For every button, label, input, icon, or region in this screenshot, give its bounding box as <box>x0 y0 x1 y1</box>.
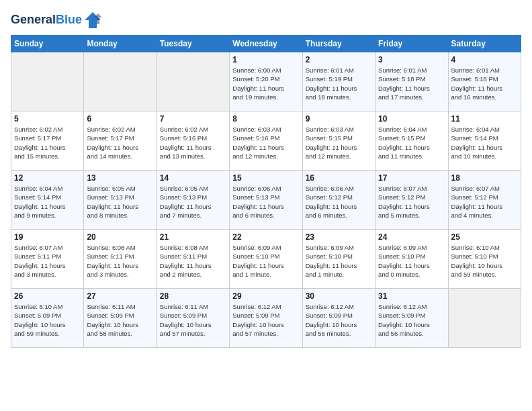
calendar-cell: 21Sunrise: 6:08 AM Sunset: 5:11 PM Dayli… <box>157 230 229 289</box>
week-row-1: 5Sunrise: 6:02 AM Sunset: 5:17 PM Daylig… <box>11 111 521 171</box>
calendar-cell: 26Sunrise: 6:10 AM Sunset: 5:09 PM Dayli… <box>11 289 84 348</box>
day-info: Sunrise: 6:09 AM Sunset: 5:10 PM Dayligh… <box>378 243 445 279</box>
calendar-cell <box>84 52 157 111</box>
weekday-header-saturday: Saturday <box>448 36 521 52</box>
day-number: 3 <box>378 55 445 64</box>
calendar-cell: 9Sunrise: 6:03 AM Sunset: 5:15 PM Daylig… <box>302 111 375 171</box>
calendar-cell: 18Sunrise: 6:07 AM Sunset: 5:12 PM Dayli… <box>448 171 521 230</box>
day-info: Sunrise: 6:04 AM Sunset: 5:14 PM Dayligh… <box>14 184 81 220</box>
calendar-cell <box>11 52 84 111</box>
calendar-cell: 23Sunrise: 6:09 AM Sunset: 5:10 PM Dayli… <box>302 230 375 289</box>
calendar-cell: 24Sunrise: 6:09 AM Sunset: 5:10 PM Dayli… <box>375 230 448 289</box>
day-info: Sunrise: 6:12 AM Sunset: 5:09 PM Dayligh… <box>378 302 445 338</box>
day-number: 14 <box>160 173 226 183</box>
weekday-header-friday: Friday <box>375 36 448 52</box>
page-header: GeneralBlue <box>11 11 521 30</box>
day-number: 6 <box>87 114 153 124</box>
calendar-cell: 19Sunrise: 6:07 AM Sunset: 5:11 PM Dayli… <box>11 230 84 289</box>
calendar-cell: 14Sunrise: 6:05 AM Sunset: 5:13 PM Dayli… <box>157 171 229 230</box>
logo-icon <box>83 11 102 30</box>
day-info: Sunrise: 6:10 AM Sunset: 5:09 PM Dayligh… <box>14 302 81 338</box>
day-number: 15 <box>232 173 299 183</box>
day-number: 7 <box>160 114 226 124</box>
calendar-cell: 11Sunrise: 6:04 AM Sunset: 5:14 PM Dayli… <box>448 111 521 171</box>
weekday-header-sunday: Sunday <box>11 36 84 52</box>
day-number: 4 <box>451 55 518 64</box>
calendar-cell: 25Sunrise: 6:10 AM Sunset: 5:10 PM Dayli… <box>448 230 521 289</box>
day-number: 1 <box>232 55 299 64</box>
day-number: 28 <box>160 291 226 301</box>
day-info: Sunrise: 6:06 AM Sunset: 5:12 PM Dayligh… <box>306 184 372 220</box>
calendar-cell: 27Sunrise: 6:11 AM Sunset: 5:09 PM Dayli… <box>84 289 157 348</box>
day-info: Sunrise: 6:09 AM Sunset: 5:10 PM Dayligh… <box>232 243 299 279</box>
day-info: Sunrise: 6:07 AM Sunset: 5:12 PM Dayligh… <box>451 184 518 220</box>
calendar-cell <box>157 52 229 111</box>
day-number: 5 <box>14 114 81 124</box>
weekday-header-thursday: Thursday <box>302 36 375 52</box>
day-info: Sunrise: 6:00 AM Sunset: 5:20 PM Dayligh… <box>232 66 299 101</box>
day-info: Sunrise: 6:10 AM Sunset: 5:10 PM Dayligh… <box>451 243 518 279</box>
calendar-cell: 15Sunrise: 6:06 AM Sunset: 5:13 PM Dayli… <box>230 171 302 230</box>
day-info: Sunrise: 6:08 AM Sunset: 5:11 PM Dayligh… <box>87 243 153 279</box>
day-info: Sunrise: 6:02 AM Sunset: 5:17 PM Dayligh… <box>87 125 153 161</box>
day-number: 22 <box>232 232 299 242</box>
day-number: 2 <box>306 55 372 64</box>
day-number: 27 <box>87 291 153 301</box>
day-number: 25 <box>451 232 518 242</box>
day-number: 30 <box>306 291 372 301</box>
day-number: 19 <box>14 232 81 242</box>
calendar-cell: 12Sunrise: 6:04 AM Sunset: 5:14 PM Dayli… <box>11 171 84 230</box>
weekday-header-wednesday: Wednesday <box>230 36 302 52</box>
calendar-cell: 22Sunrise: 6:09 AM Sunset: 5:10 PM Dayli… <box>230 230 302 289</box>
day-info: Sunrise: 6:05 AM Sunset: 5:13 PM Dayligh… <box>87 184 153 220</box>
day-number: 29 <box>232 291 299 301</box>
calendar-cell: 7Sunrise: 6:02 AM Sunset: 5:16 PM Daylig… <box>157 111 229 171</box>
day-info: Sunrise: 6:11 AM Sunset: 5:09 PM Dayligh… <box>87 302 153 338</box>
day-number: 23 <box>306 232 372 242</box>
calendar-cell: 16Sunrise: 6:06 AM Sunset: 5:12 PM Dayli… <box>302 171 375 230</box>
day-info: Sunrise: 6:06 AM Sunset: 5:13 PM Dayligh… <box>232 184 299 220</box>
weekday-header-row: SundayMondayTuesdayWednesdayThursdayFrid… <box>11 36 521 52</box>
day-info: Sunrise: 6:02 AM Sunset: 5:17 PM Dayligh… <box>14 125 81 161</box>
day-info: Sunrise: 6:09 AM Sunset: 5:10 PM Dayligh… <box>306 243 372 279</box>
day-info: Sunrise: 6:02 AM Sunset: 5:16 PM Dayligh… <box>160 125 226 161</box>
calendar-cell: 30Sunrise: 6:12 AM Sunset: 5:09 PM Dayli… <box>302 289 375 348</box>
day-info: Sunrise: 6:01 AM Sunset: 5:19 PM Dayligh… <box>306 66 372 101</box>
day-number: 17 <box>378 173 445 183</box>
day-number: 8 <box>232 114 299 124</box>
logo-text: GeneralBlue <box>11 13 82 27</box>
calendar-cell: 2Sunrise: 6:01 AM Sunset: 5:19 PM Daylig… <box>302 52 375 111</box>
calendar-cell: 8Sunrise: 6:03 AM Sunset: 5:16 PM Daylig… <box>230 111 302 171</box>
day-number: 18 <box>451 173 518 183</box>
logo: GeneralBlue <box>11 11 102 30</box>
day-number: 9 <box>306 114 372 124</box>
day-number: 16 <box>306 173 372 183</box>
day-info: Sunrise: 6:12 AM Sunset: 5:09 PM Dayligh… <box>306 302 372 338</box>
calendar-cell: 5Sunrise: 6:02 AM Sunset: 5:17 PM Daylig… <box>11 111 84 171</box>
week-row-3: 19Sunrise: 6:07 AM Sunset: 5:11 PM Dayli… <box>11 230 521 289</box>
calendar-cell: 10Sunrise: 6:04 AM Sunset: 5:15 PM Dayli… <box>375 111 448 171</box>
calendar-cell: 17Sunrise: 6:07 AM Sunset: 5:12 PM Dayli… <box>375 171 448 230</box>
day-info: Sunrise: 6:01 AM Sunset: 5:18 PM Dayligh… <box>451 66 518 101</box>
weekday-header-monday: Monday <box>84 36 157 52</box>
day-info: Sunrise: 6:07 AM Sunset: 5:11 PM Dayligh… <box>14 243 81 279</box>
day-number: 11 <box>451 114 518 124</box>
calendar-cell: 29Sunrise: 6:12 AM Sunset: 5:09 PM Dayli… <box>230 289 302 348</box>
calendar-cell: 6Sunrise: 6:02 AM Sunset: 5:17 PM Daylig… <box>84 111 157 171</box>
day-number: 12 <box>14 173 81 183</box>
calendar-cell: 28Sunrise: 6:11 AM Sunset: 5:09 PM Dayli… <box>157 289 229 348</box>
day-info: Sunrise: 6:08 AM Sunset: 5:11 PM Dayligh… <box>160 243 226 279</box>
day-number: 26 <box>14 291 81 301</box>
day-number: 31 <box>378 291 445 301</box>
day-number: 13 <box>87 173 153 183</box>
day-info: Sunrise: 6:01 AM Sunset: 5:18 PM Dayligh… <box>378 66 445 101</box>
calendar: SundayMondayTuesdayWednesdayThursdayFrid… <box>11 35 521 348</box>
day-number: 20 <box>87 232 153 242</box>
day-info: Sunrise: 6:03 AM Sunset: 5:16 PM Dayligh… <box>232 125 299 161</box>
calendar-cell: 20Sunrise: 6:08 AM Sunset: 5:11 PM Dayli… <box>84 230 157 289</box>
day-info: Sunrise: 6:04 AM Sunset: 5:14 PM Dayligh… <box>451 125 518 161</box>
calendar-cell: 3Sunrise: 6:01 AM Sunset: 5:18 PM Daylig… <box>375 52 448 111</box>
day-info: Sunrise: 6:07 AM Sunset: 5:12 PM Dayligh… <box>378 184 445 220</box>
week-row-0: 1Sunrise: 6:00 AM Sunset: 5:20 PM Daylig… <box>11 52 521 111</box>
calendar-cell <box>448 289 521 348</box>
